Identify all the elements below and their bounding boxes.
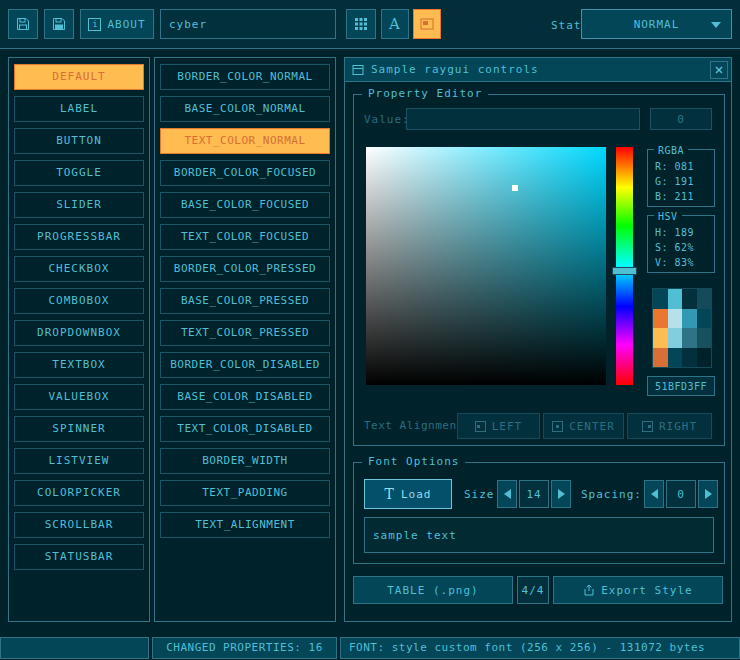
spacing-decrement-button[interactable]	[644, 480, 664, 508]
rgba-panel: RGBA R: 081 G: 191 B: 211	[647, 149, 715, 207]
palette-swatch[interactable]	[682, 289, 697, 309]
value-count-box[interactable]: 0	[650, 108, 712, 130]
control-item-button[interactable]: BUTTON	[14, 128, 144, 154]
property-item-border_color_focused[interactable]: BORDER_COLOR_FOCUSED	[160, 160, 330, 186]
rgba-g-value: G: 191	[655, 174, 714, 189]
palette-swatch[interactable]	[697, 309, 712, 329]
color-picker-cursor[interactable]	[512, 185, 518, 191]
property-item-border_color_normal[interactable]: BORDER_COLOR_NORMAL	[160, 64, 330, 90]
property-item-text_color_focused[interactable]: TEXT_COLOR_FOCUSED	[160, 224, 330, 250]
control-item-toggle[interactable]: TOGGLE	[14, 160, 144, 186]
load-font-button[interactable]: T Load	[364, 479, 452, 509]
font-options-group: Font Options T Load Size: 14 Spacing: 0	[353, 462, 725, 564]
color-picker-area[interactable]	[366, 147, 606, 385]
align-left-icon	[475, 421, 486, 432]
open-style-button[interactable]	[8, 9, 38, 39]
page-indicator-box[interactable]: 4/4	[517, 576, 549, 604]
value-textbox[interactable]	[406, 108, 640, 130]
palette-swatch[interactable]	[653, 309, 668, 329]
palette-swatch[interactable]	[697, 348, 712, 368]
style-name-textbox[interactable]	[160, 9, 336, 39]
font-options-group-label: Font Options	[362, 455, 465, 468]
table-png-button[interactable]: TABLE (.png)	[353, 576, 513, 604]
property-item-border_color_pressed[interactable]: BORDER_COLOR_PRESSED	[160, 256, 330, 282]
statusbar-left	[0, 637, 149, 659]
control-item-slider[interactable]: SLIDER	[14, 192, 144, 218]
close-button[interactable]	[710, 61, 728, 79]
palette-swatch[interactable]	[668, 328, 683, 348]
palette-swatch[interactable]	[682, 328, 697, 348]
palette-swatch[interactable]	[668, 348, 683, 368]
property-editor-group: Property Editor Value: 0 RGBA R: 081 G: …	[353, 94, 725, 446]
sample-text-textbox[interactable]	[364, 517, 714, 553]
control-item-progressbar[interactable]: PROGRESSBAR	[14, 224, 144, 250]
font-mode-button[interactable]: A	[381, 9, 409, 39]
rgba-b-value: B: 211	[655, 189, 714, 204]
property-item-text_color_pressed[interactable]: TEXT_COLOR_PRESSED	[160, 320, 330, 346]
control-item-textbox[interactable]: TEXTBOX	[14, 352, 144, 378]
align-left-button[interactable]: LEFT	[457, 413, 540, 439]
size-decrement-button[interactable]	[497, 480, 517, 508]
arrow-right-icon	[558, 489, 565, 499]
rgba-r-value: R: 081	[655, 159, 714, 174]
spacing-label: Spacing:	[581, 488, 642, 501]
property-item-text_color_disabled[interactable]: TEXT_COLOR_DISABLED	[160, 416, 330, 442]
property-item-base_color_focused[interactable]: BASE_COLOR_FOCUSED	[160, 192, 330, 218]
palette-swatch[interactable]	[653, 289, 668, 309]
hue-slider[interactable]	[616, 147, 633, 385]
spacing-valuebox[interactable]: 0	[666, 480, 696, 508]
value-input[interactable]	[407, 113, 639, 126]
arrow-left-icon	[504, 489, 511, 499]
property-item-text_alignment[interactable]: TEXT_ALIGNMENT	[160, 512, 330, 538]
palette-swatch[interactable]	[668, 309, 683, 329]
window-titlebar[interactable]: Sample raygui controls	[345, 58, 731, 82]
property-item-base_color_normal[interactable]: BASE_COLOR_NORMAL	[160, 96, 330, 122]
palette-swatch[interactable]	[668, 289, 683, 309]
sample-text-input[interactable]	[365, 529, 713, 542]
table-image-mode-button[interactable]	[413, 9, 441, 39]
property-item-border_color_disabled[interactable]: BORDER_COLOR_DISABLED	[160, 352, 330, 378]
control-item-valuebox[interactable]: VALUEBOX	[14, 384, 144, 410]
property-item-text_color_normal[interactable]: TEXT_COLOR_NORMAL	[160, 128, 330, 154]
palette-swatch[interactable]	[682, 348, 697, 368]
control-item-label[interactable]: LABEL	[14, 96, 144, 122]
control-item-combobox[interactable]: COMBOBOX	[14, 288, 144, 314]
control-item-dropdownbox[interactable]: DROPDOWNBOX	[14, 320, 144, 346]
spacing-increment-button[interactable]	[698, 480, 718, 508]
control-item-default[interactable]: DEFAULT	[14, 64, 144, 90]
property-item-base_color_pressed[interactable]: BASE_COLOR_PRESSED	[160, 288, 330, 314]
hsv-h-value: H: 189	[655, 225, 714, 240]
hsv-panel-label: HSV	[654, 209, 682, 224]
style-name-input[interactable]	[161, 18, 335, 31]
palette-swatch[interactable]	[653, 348, 668, 368]
state-dropdown[interactable]: NORMAL	[581, 9, 732, 39]
palette-swatch[interactable]	[682, 309, 697, 329]
control-item-scrollbar[interactable]: SCROLLBAR	[14, 512, 144, 538]
control-item-checkbox[interactable]: CHECKBOX	[14, 256, 144, 282]
control-item-colorpicker[interactable]: COLORPICKER	[14, 480, 144, 506]
style-color-palette	[652, 288, 712, 368]
save-style-button[interactable]	[44, 9, 74, 39]
palette-swatch[interactable]	[653, 328, 668, 348]
align-right-button[interactable]: RIGHT	[627, 413, 712, 439]
grid-icon	[354, 17, 368, 31]
size-valuebox[interactable]: 14	[519, 480, 549, 508]
property-item-border_width[interactable]: BORDER_WIDTH	[160, 448, 330, 474]
palette-swatch[interactable]	[697, 289, 712, 309]
palette-swatch[interactable]	[697, 328, 712, 348]
property-item-text_padding[interactable]: TEXT_PADDING	[160, 480, 330, 506]
hex-value-box[interactable]: 51BFD3FF	[647, 376, 715, 396]
control-item-listview[interactable]: LISTVIEW	[14, 448, 144, 474]
control-item-spinner[interactable]: SPINNER	[14, 416, 144, 442]
color-panel-icon	[420, 18, 434, 30]
window-icon	[352, 64, 364, 76]
align-center-button[interactable]: CENTER	[543, 413, 624, 439]
control-item-statusbar[interactable]: STATUSBAR	[14, 544, 144, 570]
export-style-button[interactable]: Export Style	[553, 576, 723, 604]
property-item-base_color_disabled[interactable]: BASE_COLOR_DISABLED	[160, 384, 330, 410]
about-button[interactable]: i ABOUT	[80, 9, 154, 39]
grid-mode-button[interactable]	[346, 9, 376, 39]
hue-slider-handle[interactable]	[612, 267, 637, 275]
size-increment-button[interactable]	[551, 480, 571, 508]
hsv-v-value: V: 83%	[655, 255, 714, 270]
